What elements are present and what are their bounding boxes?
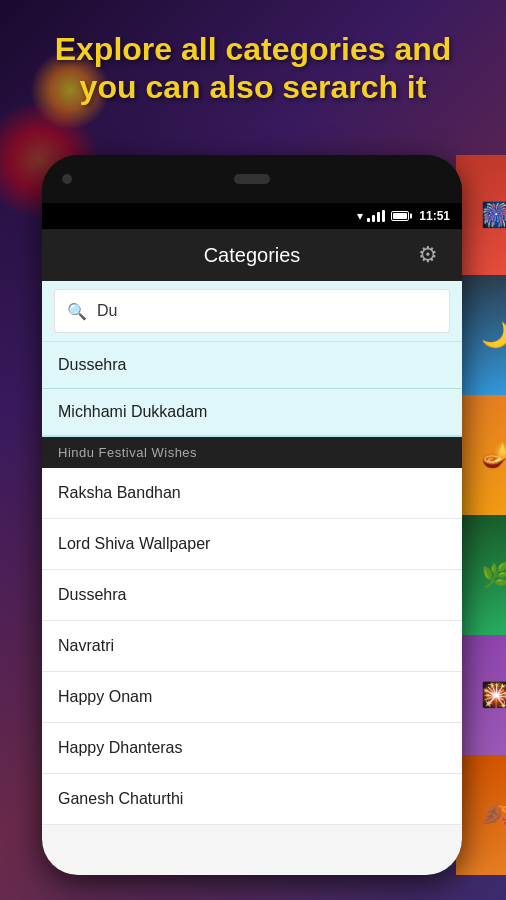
phone-top-bar bbox=[42, 155, 462, 203]
category-list: Raksha Bandhan Lord Shiva Wallpaper Duss… bbox=[42, 468, 462, 825]
autocomplete-item-dussehra[interactable]: Dussehra bbox=[42, 342, 462, 389]
headline-line1: Explore all categories and bbox=[55, 31, 452, 67]
list-item-navratri[interactable]: Navratri bbox=[42, 621, 462, 672]
phone-speaker bbox=[234, 174, 270, 184]
side-img-2: 🌙 bbox=[456, 275, 506, 395]
headline-text: Explore all categories and you can also … bbox=[20, 30, 486, 107]
settings-button[interactable]: ⚙ bbox=[410, 237, 446, 273]
search-container: 🔍 bbox=[42, 281, 462, 342]
search-icon: 🔍 bbox=[67, 302, 87, 321]
headline-line2: you can also serarch it bbox=[80, 69, 427, 105]
top-bar: Categories ⚙ bbox=[42, 229, 462, 281]
status-bar: ▾ 11:51 bbox=[42, 203, 462, 229]
side-img-5: 🎇 bbox=[456, 635, 506, 755]
list-item-dussehra[interactable]: Dussehra bbox=[42, 570, 462, 621]
list-item-happy-onam[interactable]: Happy Onam bbox=[42, 672, 462, 723]
section-header: Hindu Festival Wishes bbox=[42, 437, 462, 468]
status-icons: ▾ bbox=[357, 209, 409, 223]
side-img-1: 🎆 bbox=[456, 155, 506, 275]
headline: Explore all categories and you can also … bbox=[0, 30, 506, 107]
settings-icon: ⚙ bbox=[418, 242, 438, 268]
phone-camera bbox=[62, 174, 72, 184]
list-item-happy-dhanteras[interactable]: Happy Dhanteras bbox=[42, 723, 462, 774]
list-item-ganesh-chaturthi[interactable]: Ganesh Chaturthi bbox=[42, 774, 462, 825]
signal-icon bbox=[367, 210, 385, 222]
list-item-lord-shiva[interactable]: Lord Shiva Wallpaper bbox=[42, 519, 462, 570]
side-image-strip: 🎆 🌙 🪔 🌿 🎇 🍂 bbox=[456, 155, 506, 875]
side-img-6: 🍂 bbox=[456, 755, 506, 875]
clock: 11:51 bbox=[419, 209, 450, 223]
app-title: Categories bbox=[94, 244, 410, 267]
autocomplete-item-michhami[interactable]: Michhami Dukkadam bbox=[42, 389, 462, 435]
side-img-4: 🌿 bbox=[456, 515, 506, 635]
side-img-3: 🪔 bbox=[456, 395, 506, 515]
app-content: Categories ⚙ 🔍 Dussehra Michhami Dukkada… bbox=[42, 229, 462, 875]
phone-frame: ▾ 11:51 Categories ⚙ bbox=[42, 155, 462, 875]
battery-icon bbox=[391, 211, 409, 221]
autocomplete-dropdown: Dussehra Michhami Dukkadam bbox=[42, 342, 462, 437]
wifi-icon: ▾ bbox=[357, 209, 363, 223]
search-input[interactable] bbox=[97, 302, 437, 320]
list-item-raksha-bandhan[interactable]: Raksha Bandhan bbox=[42, 468, 462, 519]
search-box[interactable]: 🔍 bbox=[54, 289, 450, 333]
